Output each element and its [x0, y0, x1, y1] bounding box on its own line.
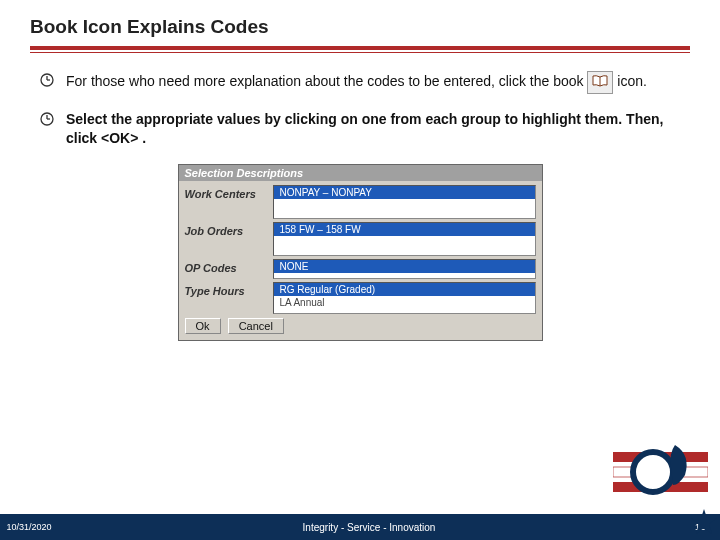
footer-bar: 10/31/2020 Integrity - Service - Innovat… [0, 514, 720, 540]
list-item[interactable]: 158 FW – 158 FW [274, 223, 535, 236]
bullet-1-post: icon. [617, 73, 647, 89]
field-label: Work Centers [185, 185, 273, 200]
list-item[interactable]: NONE [274, 260, 535, 273]
op-codes-list[interactable]: NONE [273, 259, 536, 279]
bullet-2-text: Select the appropriate values by clickin… [66, 110, 680, 148]
field-label: Type Hours [185, 282, 273, 297]
dialog-buttons: Ok Cancel [185, 318, 536, 334]
clock-bullet-icon [40, 73, 58, 92]
serving-heroes-logo [613, 437, 708, 512]
title-rule [0, 46, 720, 53]
content-area: For those who need more explanation abou… [0, 53, 720, 341]
type-hours-list[interactable]: RG Regular (Graded) LA Annual [273, 282, 536, 314]
dialog-title: Selection Descriptions [179, 165, 542, 181]
bullet-1-pre: For those who need more explanation abou… [66, 73, 587, 89]
bullet-2: Select the appropriate values by clickin… [40, 110, 680, 148]
job-orders-list[interactable]: 158 FW – 158 FW [273, 222, 536, 256]
list-item[interactable]: LA Annual [274, 296, 535, 309]
bullet-1-text: For those who need more explanation abou… [66, 71, 680, 94]
slide-title: Book Icon Explains Codes [0, 0, 720, 46]
work-centers-list[interactable]: NONPAY – NONPAY [273, 185, 536, 219]
ok-button[interactable]: Ok [185, 318, 221, 334]
svg-point-10 [633, 452, 673, 492]
field-label: OP Codes [185, 259, 273, 274]
selection-dialog: Selection Descriptions Work Centers NONP… [178, 164, 543, 341]
cancel-button[interactable]: Cancel [228, 318, 284, 334]
field-work-centers: Work Centers NONPAY – NONPAY [185, 185, 536, 219]
field-op-codes: OP Codes NONE [185, 259, 536, 279]
footer-date: 10/31/2020 [6, 522, 51, 532]
footer-date-box: 10/31/2020 [0, 514, 58, 540]
list-item[interactable]: RG Regular (Graded) [274, 283, 535, 296]
clock-bullet-icon [40, 112, 58, 131]
field-type-hours: Type Hours RG Regular (Graded) LA Annual [185, 282, 536, 314]
bullet-1: For those who need more explanation abou… [40, 71, 680, 94]
book-icon[interactable] [587, 71, 613, 94]
svg-marker-11 [691, 509, 717, 534]
field-label: Job Orders [185, 222, 273, 237]
star-icon [690, 508, 718, 536]
field-job-orders: Job Orders 158 FW – 158 FW [185, 222, 536, 256]
list-item[interactable]: NONPAY – NONPAY [274, 186, 535, 199]
footer-tagline-box: Integrity - Service - Innovation [58, 514, 680, 540]
footer-tagline: Integrity - Service - Innovation [303, 522, 436, 533]
